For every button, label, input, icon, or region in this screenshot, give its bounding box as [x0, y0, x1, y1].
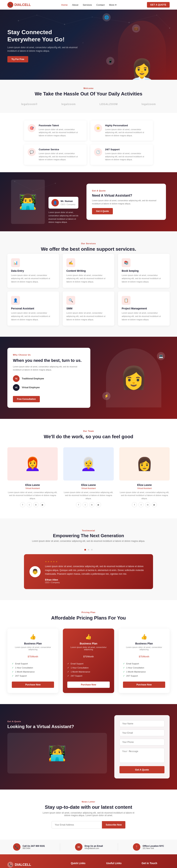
partners-title: We Take the Hassle Out Of Your Daily Act… [11, 91, 166, 97]
quote-office-image: 👨‍💻 [11, 180, 45, 224]
navigation: 📞 DIALCELL Home About Services Contact M… [0, 0, 177, 9]
hero-icon-3: 📱 [106, 57, 114, 65]
twitter-icon-2[interactable]: t [138, 502, 144, 507]
team-avatar-1: 👩‍🦳 [80, 456, 97, 471]
feature-title-3: 24/7 Support [105, 148, 149, 151]
feature-text-1: Highly Personalized Lorem ipsum dolor si… [105, 124, 149, 137]
footer-useful-links: Useful Links Home Terms & Conditions Dis… [106, 862, 134, 868]
pricing-card-1: 👍 Business Plan Lorem ipsum dolor sit am… [63, 628, 114, 693]
quote-banner-section: 👨‍💻 👤 Mr. Numan CEO / Company Lorem ipsu… [0, 172, 177, 231]
partner-logo-1: legalzoom® [21, 103, 38, 105]
testimonial-quote: Lorem ipsum dolor sit amet, consectetur … [45, 564, 147, 576]
pricing-button-0[interactable]: Purchase Now [12, 682, 54, 688]
service-title-0: Data Entry [11, 269, 55, 272]
nav-about[interactable]: About [72, 3, 78, 6]
team-role-0: Virtual Assistant [7, 487, 58, 489]
pricing-price-1: $75/Month [67, 653, 109, 659]
quote-form-right: Get A Quote [114, 715, 170, 778]
pricing-section: Pricing Plan Affordable Pricing Plans Fo… [0, 600, 177, 704]
facebook-icon-1[interactable]: f [76, 502, 81, 507]
twitter-icon-0[interactable]: t [27, 502, 32, 507]
pricing-plan-name-2: Business Plan [123, 642, 165, 645]
pricing-button-1[interactable]: Purchase Now [67, 682, 109, 688]
nav-cta-button[interactable]: GET A QUOTE [147, 2, 170, 7]
hero-cta-button[interactable]: Try For Free [7, 56, 28, 62]
quote-form-person-image: 🧑‍💻 [7, 733, 107, 773]
service-title-3: Personal Assistant [11, 307, 55, 310]
service-desc-0: Lorem ipsum dolor sit amet, consectetur … [11, 274, 55, 284]
facebook-icon-2[interactable]: f [132, 502, 137, 507]
service-title-2: Book keeping [122, 269, 166, 272]
newsletter-subscribe-button[interactable]: Subscribe Now [102, 821, 126, 829]
pricing-plan-desc-0: Lorem ipsum dolor sit amet, consectetur … [12, 646, 54, 651]
person-role: CEO / Company [61, 203, 75, 206]
pricing-period-1: /Month [87, 655, 94, 658]
person-avatar: 👤 [51, 199, 59, 206]
nav-more[interactable]: More ▾ [109, 3, 116, 6]
nav-home[interactable]: Home [61, 3, 68, 6]
form-phone-input[interactable] [119, 739, 165, 745]
why-label-0: Traditional Employee [22, 377, 44, 380]
facebook-icon-0[interactable]: f [20, 502, 25, 507]
hero-person-silhouette: 👩‍💼 [128, 59, 156, 80]
quote-right-button[interactable]: Get A Quote [92, 208, 113, 214]
linkedin-icon-2[interactable]: in [145, 502, 150, 507]
contact-location-text: Office Location NYC 101 New York [143, 845, 164, 849]
hero-person-image: 👩‍💼 [118, 21, 166, 80]
service-icon-1: ✍ [66, 258, 75, 267]
testimonial-card: 👨 ★ ★ ★ ★ ★ Lorem ipsum dolor sit amet, … [24, 554, 153, 589]
team-avatar-0: 👩‍🦰 [25, 456, 41, 471]
quote-form-title: Looking for a Virtual Assistant? [7, 724, 107, 729]
testimonial-section: Testimonial Empowering The Next Generati… [0, 518, 177, 600]
pricing-feature-2-0: ✓Email Support [123, 662, 165, 666]
youtube-icon-2[interactable]: ▶ [152, 502, 157, 507]
nav-contact[interactable]: Contact [97, 3, 105, 6]
why-label-1: Virtual Employee [22, 386, 40, 389]
pricing-icon-2: 👍 [123, 634, 165, 640]
services-grid: 📊 Data Entry Lorem ipsum dolor sit amet,… [7, 254, 170, 326]
newsletter-form: Subscribe Now [51, 821, 126, 829]
form-phone-group [119, 739, 165, 745]
quote-right-title: Need A Virtual Assistant? [92, 194, 161, 197]
form-message-input[interactable] [119, 748, 165, 763]
form-name-input[interactable] [119, 720, 165, 727]
service-desc-2: Lorem ipsum dolor sit amet, consectetur … [122, 274, 166, 284]
pricing-price-0: $75/Month [12, 653, 54, 659]
team-section: Our Team We'll do the work, so you can f… [0, 419, 177, 518]
nav-services[interactable]: Services [83, 3, 92, 6]
team-desc-1: Lorem ipsum dolor sit amet, consectetur … [63, 491, 114, 500]
quote-form-tag: Get A Quote [7, 720, 107, 722]
testimonial-stars: ★ ★ ★ ★ ★ [45, 560, 147, 563]
team-social-1: f t in ▶ [63, 502, 114, 507]
twitter-icon-1[interactable]: t [82, 502, 88, 507]
why-consultation-button[interactable]: Free Consultation [13, 396, 40, 402]
pricing-features-1: ✓Email Support ✓1 Hour Consultation ✓1 M… [67, 662, 109, 678]
linkedin-icon-0[interactable]: in [33, 502, 39, 507]
youtube-icon-1[interactable]: ▶ [96, 502, 101, 507]
youtube-icon-0[interactable]: ▶ [40, 502, 45, 507]
hero-section: Stay Connected Everywhere You Go! Lorem … [0, 9, 177, 80]
testimonial-author-role: CEO / Company [45, 581, 147, 584]
team-social-2: f t in ▶ [119, 502, 170, 507]
testimonial-box: 👨 ★ ★ ★ ★ ★ Lorem ipsum dolor sit amet, … [24, 548, 153, 589]
feature-icon-2: 💬 [28, 148, 36, 156]
newsletter-email-input[interactable] [51, 821, 102, 829]
partners-grid: legalzoom® legalzoom LEGALZOOM legalzoom [11, 103, 166, 105]
form-message-group [119, 748, 165, 764]
pricing-features-2: ✓Email Support ✓1 Hour Consultation ✓1 M… [123, 662, 165, 678]
person-badge: 👤 Mr. Numan CEO / Company [48, 197, 78, 209]
pricing-button-2[interactable]: Purchase Now [123, 682, 165, 688]
form-submit-button[interactable]: Get A Quote [119, 766, 165, 773]
contact-phone-sub: 900 5464 [23, 847, 30, 849]
feature-icon-3: 🕐 [94, 148, 102, 156]
pricing-plan-desc-2: Lorem ipsum dolor sit amet, consectetur … [123, 646, 165, 651]
linkedin-icon-1[interactable]: in [89, 502, 95, 507]
pricing-title: Affordable Pricing Plans For You [7, 615, 170, 621]
newsletter-description: Lorem ipsum dolor sit amet, consectetur … [42, 811, 135, 817]
why-tag: Why Choose Us [13, 353, 85, 356]
pricing-features-0: ✓Email Support ✓1 Hour Consultation ✓1 M… [12, 662, 54, 678]
why-option-0: TE Traditional Employee [13, 375, 85, 382]
brand-logo[interactable]: 📞 DIALCELL [7, 2, 31, 8]
form-email-input[interactable] [119, 730, 165, 736]
pricing-feature-0-3: ✓24/7 Support [12, 674, 54, 678]
